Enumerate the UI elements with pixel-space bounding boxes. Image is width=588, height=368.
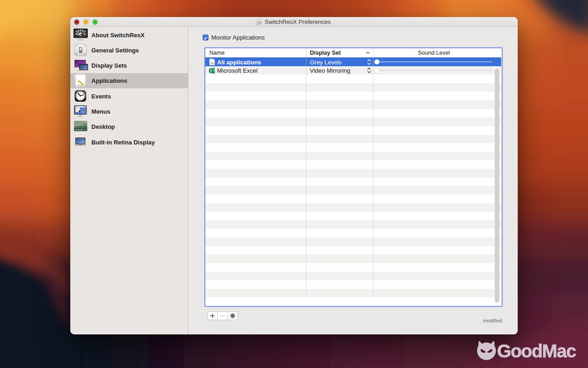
svg-text:GoodMac: GoodMac: [497, 341, 576, 361]
